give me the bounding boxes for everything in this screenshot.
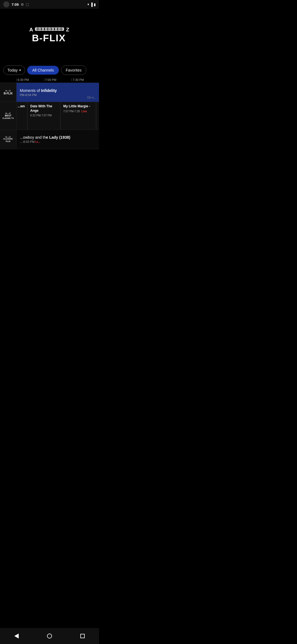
program-cell-lucy[interactable]: The Lucy S... 7:39 PM-8:1... <box>96 102 99 130</box>
signal-icon: ▐ <box>90 2 93 7</box>
bflix-program-content[interactable]: Moments of Infidelity PM-8:04 PM On n... <box>16 83 99 102</box>
wifi-icon: ▾ <box>87 2 89 6</box>
bflix-program-title: Moments of Infidelity <box>20 88 96 93</box>
svg-text:A: A <box>29 27 33 32</box>
program-title-bold: Infidelity <box>41 88 57 93</box>
logo-container: A Z B-FLIX <box>28 25 72 44</box>
bottom-spacer <box>0 149 99 182</box>
program-title-prefix: Moments of <box>20 88 41 93</box>
favorites-label: Favorites <box>66 68 82 72</box>
az-classic-program-content[interactable]: ...owboy and the Lady (1938) ...-8:03 PM… <box>16 130 99 149</box>
media-icon: ⊙ <box>21 2 24 6</box>
program-time-margie: 7:07 PM-7:39 Live <box>63 110 93 113</box>
today-label: Today <box>7 68 18 72</box>
svg-text:B-FLIX: B-FLIX <box>32 32 66 43</box>
logo-az-bflix: A—Z <box>4 90 12 92</box>
az-classic-time-text: ...-8:03 PM <box>20 140 35 143</box>
live-badge-margie: Live <box>81 110 87 113</box>
program-cell-margie[interactable]: My Little Margie - 7:07 PM-7:39 Live <box>61 102 96 130</box>
time-label-630: 6:30 PM <box>18 78 29 81</box>
logo-flix: FLIX <box>3 140 13 143</box>
sim-icon: ⬚ <box>26 2 29 6</box>
svg-rect-19 <box>59 28 60 30</box>
program-title-margie: My Little Margie - <box>63 104 93 109</box>
status-bar: 7:09 ⊙ ⬚ ▾ ▐ ▮ <box>0 0 99 9</box>
cowboy-prefix: ...owboy and th <box>20 135 46 140</box>
status-right: ▾ ▐ ▮ <box>87 2 96 7</box>
today-dropdown[interactable]: Today ▾ <box>3 66 25 75</box>
program-time-date-angel: 6:32 PM-7:07 PM <box>30 114 57 117</box>
time-label-700: 7:00 PM <box>45 78 56 81</box>
status-left: 7:09 ⊙ ⬚ <box>3 1 29 7</box>
tick-icon <box>72 78 72 81</box>
svg-rect-18 <box>56 28 56 30</box>
svg-rect-13 <box>39 28 40 30</box>
logo-sub-best: CLASSIC TV <box>2 117 14 119</box>
channel-logo-az-classic: A—Z CLASSIC FLIX <box>0 130 16 149</box>
program-title-partial: ...wn <box>18 104 26 109</box>
bflix-program-time: PM-8:04 PM <box>20 93 96 97</box>
title-my: My <box>63 104 69 108</box>
live-badge-cowboy: Li... <box>35 140 40 143</box>
program-title-date-angel: Date With The Ange <box>30 104 57 113</box>
margie-time-text: 7:07 PM-7:39 <box>63 110 80 113</box>
on-now-badge: On n... <box>87 96 96 99</box>
bflix-logo: A Z B-FLIX <box>28 25 72 43</box>
favorites-button[interactable]: Favorites <box>61 66 86 75</box>
all-channels-label: All Channels <box>32 68 54 72</box>
channel-row-best-classic: A—Z BEST CLASSIC TV ...wn Date With The … <box>0 102 99 130</box>
svg-rect-15 <box>46 28 46 30</box>
program-cell-partial[interactable]: ...wn <box>16 102 28 130</box>
svg-rect-20 <box>62 28 63 30</box>
svg-rect-14 <box>42 28 43 30</box>
az-classic-program-time: ...-8:03 PM Li... <box>20 140 96 143</box>
time-ruler: 6:30 PM 7:00 PM 7:30 PM <box>0 77 99 83</box>
tick-icon <box>16 78 17 81</box>
logo-area: A Z B-FLIX <box>0 9 99 63</box>
chevron-down-icon: ▾ <box>19 68 21 72</box>
title-margie-bold: Little Margie - <box>69 104 90 108</box>
best-classic-programs: ...wn Date With The Ange 6:32 PM-7:07 PM… <box>16 102 99 130</box>
cowboy-bold: e Lady (1938) <box>46 135 70 140</box>
all-channels-button[interactable]: All Channels <box>27 66 59 75</box>
az-classic-program-title: ...owboy and the Lady (1938) <box>20 135 96 140</box>
channel-row-bflix: A—Z B-FLIX Moments of Infidelity PM-8:04… <box>0 83 99 102</box>
time-label-730: 7:30 PM <box>73 78 84 81</box>
program-cell-date-angel[interactable]: Date With The Ange 6:32 PM-7:07 PM <box>28 102 61 130</box>
time-730: 7:30 PM <box>72 78 99 81</box>
tick-icon <box>44 78 44 81</box>
channel-row-az-classic: A—Z CLASSIC FLIX ...owboy and the Lady (… <box>0 130 99 149</box>
channel-logo-best-classic: A—Z BEST CLASSIC TV <box>0 102 16 130</box>
time-630: 6:30 PM <box>16 78 44 81</box>
controls-row: Today ▾ All Channels Favorites <box>0 63 99 77</box>
logo-main-bflix: B-FLIX <box>4 92 12 95</box>
title-date-plain: Date <box>30 104 38 108</box>
svg-rect-17 <box>52 28 53 30</box>
svg-rect-16 <box>49 28 50 30</box>
status-time: 7:09 <box>12 2 19 7</box>
svg-rect-12 <box>36 28 37 30</box>
svg-text:Z: Z <box>66 27 69 32</box>
battery-icon: ▮ <box>94 2 96 7</box>
time-700: 7:00 PM <box>44 78 72 81</box>
logo-main-best: BEST <box>2 114 14 117</box>
channel-logo-bflix: A—Z B-FLIX <box>0 83 16 102</box>
status-circle-icon <box>3 1 9 7</box>
